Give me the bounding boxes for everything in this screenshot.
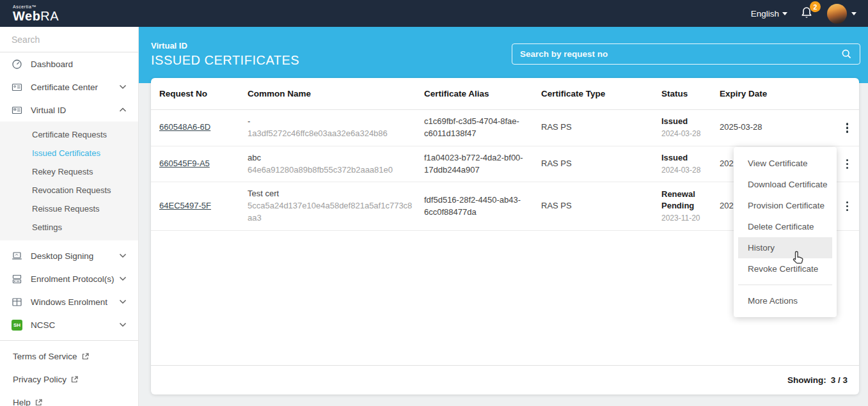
external-link-icon bbox=[35, 398, 43, 406]
sidebar-item-certificate-center[interactable]: Certificate Center bbox=[0, 75, 138, 98]
brand-web: Web bbox=[13, 9, 40, 23]
sidebar-search bbox=[0, 27, 138, 52]
sidebar-item-virtual-id[interactable]: Virtual ID bbox=[0, 98, 138, 121]
sidebar-item-desktop-signing[interactable]: Desktop Signing bbox=[0, 244, 138, 267]
language-selector[interactable]: English bbox=[751, 9, 787, 19]
certificate-alias: fdf5d516-28f2-4450-ab43-6cc0f88477da bbox=[424, 194, 541, 219]
row-actions-button[interactable] bbox=[839, 198, 856, 215]
common-name: abc bbox=[248, 152, 415, 164]
submenu-label: Revocation Requests bbox=[32, 185, 111, 195]
sidebar-item-windows-enrolment[interactable]: Windows Enrolment bbox=[0, 290, 138, 313]
window-grid-icon bbox=[12, 297, 22, 308]
request-no-link[interactable]: 660548A6-6D bbox=[159, 122, 210, 132]
footer-link-label: Terms of Service bbox=[13, 352, 77, 361]
certificate-card-icon bbox=[12, 82, 22, 93]
help-link[interactable]: Help bbox=[0, 391, 138, 406]
showing-value: 3 / 3 bbox=[831, 375, 848, 385]
sidebar-item-issued-certificates[interactable]: Issued Certificates bbox=[0, 144, 138, 162]
sidebar-item-reissue-requests[interactable]: Reissue Requests bbox=[0, 199, 138, 218]
avatar bbox=[827, 4, 847, 24]
status: Issued bbox=[661, 152, 711, 164]
privacy-policy-link[interactable]: Privacy Policy bbox=[0, 368, 138, 391]
chevron-down-icon bbox=[119, 253, 127, 258]
sidebar-item-settings[interactable]: Settings bbox=[0, 218, 138, 237]
brand-small-text: Ascertia™ bbox=[13, 4, 59, 9]
certificate-type: RAS PS bbox=[541, 200, 661, 212]
request-no-link[interactable]: 64EC5497-5F bbox=[159, 201, 211, 210]
submenu-label: Issued Certificates bbox=[32, 148, 100, 158]
column-header: Expiry Date bbox=[720, 88, 835, 100]
sidebar-item-rekey-requests[interactable]: Rekey Requests bbox=[0, 162, 138, 181]
chevron-down-icon bbox=[119, 322, 127, 327]
sidebar-item-label: Virtual ID bbox=[31, 105, 119, 115]
submenu-label: Rekey Requests bbox=[32, 167, 93, 176]
row-actions-button[interactable] bbox=[839, 156, 856, 173]
menu-item-download-certificate[interactable]: Download Certificate bbox=[738, 174, 832, 195]
user-menu[interactable] bbox=[827, 4, 856, 24]
column-header: Request No bbox=[159, 88, 248, 100]
status: Renewal Pending bbox=[661, 189, 711, 213]
sidebar-item-ncsc[interactable]: SH NCSC bbox=[0, 313, 138, 336]
menu-item-history[interactable]: History bbox=[738, 237, 832, 258]
common-name-hash: 1a3df5272c46ffc8e03aa32e6a324b86 bbox=[248, 128, 415, 140]
column-header: Certificate Type bbox=[541, 88, 661, 100]
common-name-hash: 64e6a91280a89b8fb55c372b2aaa81e0 bbox=[248, 164, 415, 176]
app-logo: Ascertia™ WebRA bbox=[13, 4, 59, 22]
table-header-row: Request No Common Name Certificate Alias… bbox=[151, 78, 859, 110]
breadcrumb: Virtual ID bbox=[151, 41, 299, 51]
brand-ra: RA bbox=[40, 9, 59, 23]
chevron-up-icon bbox=[119, 107, 127, 113]
table-search bbox=[512, 43, 860, 65]
certificate-type: RAS PS bbox=[541, 121, 661, 134]
laptop-icon bbox=[12, 251, 22, 262]
sidebar-item-dashboard[interactable]: Dashboard bbox=[0, 52, 138, 75]
search-icon[interactable] bbox=[841, 49, 852, 59]
certificate-alias: c1c69fbf-c3d5-4704-8fae-c6011d138f47 bbox=[424, 116, 541, 140]
table-footer: Showing: 3 / 3 bbox=[151, 365, 859, 394]
sidebar-item-enrolment-protocols[interactable]: Enrolment Protocol(s) bbox=[0, 267, 138, 290]
virtual-id-icon bbox=[12, 105, 22, 116]
expiry-date: 2025-03-28 bbox=[720, 121, 835, 134]
menu-divider bbox=[738, 285, 832, 285]
row-actions-menu: View Certificate Download Certificate Pr… bbox=[734, 147, 837, 317]
common-name: - bbox=[248, 116, 415, 128]
column-header: Common Name bbox=[248, 88, 424, 100]
request-search-input[interactable] bbox=[520, 49, 841, 59]
notifications-button[interactable]: 2 bbox=[799, 5, 816, 22]
sidebar-item-label: Windows Enrolment bbox=[31, 297, 119, 307]
pointer-cursor-icon bbox=[791, 250, 806, 267]
status-date: 2024-03-28 bbox=[661, 129, 711, 139]
menu-item-more-actions[interactable]: More Actions bbox=[738, 290, 832, 311]
row-actions-button[interactable] bbox=[839, 120, 856, 136]
status-date: 2023-11-20 bbox=[661, 213, 711, 224]
sidebar-search-input[interactable] bbox=[12, 35, 127, 45]
menu-item-view-certificate[interactable]: View Certificate bbox=[738, 153, 832, 174]
ncsc-sh-icon: SH bbox=[12, 320, 22, 331]
chevron-down-icon bbox=[851, 12, 856, 15]
external-link-icon bbox=[81, 352, 90, 361]
terms-of-service-link[interactable]: Terms of Service bbox=[0, 345, 138, 368]
sidebar-item-label: NCSC bbox=[31, 320, 119, 330]
footer-link-label: Privacy Policy bbox=[13, 375, 67, 384]
sidebar-item-label: Enrolment Protocol(s) bbox=[31, 274, 119, 284]
chevron-down-icon bbox=[782, 12, 787, 15]
sidebar-item-certificate-requests[interactable]: Certificate Requests bbox=[0, 125, 138, 144]
chevron-down-icon bbox=[119, 84, 127, 90]
menu-item-provision-certificate[interactable]: Provision Certificate bbox=[738, 195, 832, 216]
sidebar: Dashboard Certificate Center Virtual ID … bbox=[0, 27, 139, 406]
submenu-label: Reissue Requests bbox=[32, 204, 100, 214]
table-row: 660548A6-6D -1a3df5272c46ffc8e03aa32e6a3… bbox=[151, 110, 859, 146]
dashboard-icon bbox=[12, 59, 22, 70]
submenu-label: Certificate Requests bbox=[32, 130, 107, 139]
footer-link-label: Help bbox=[13, 398, 31, 406]
status: Issued bbox=[661, 116, 711, 128]
sidebar-item-label: Certificate Center bbox=[31, 82, 119, 92]
sidebar-item-revocation-requests[interactable]: Revocation Requests bbox=[0, 181, 138, 199]
certificate-alias: f1a04023-b772-4da2-bf00-17ddb244a907 bbox=[424, 152, 541, 176]
ncsc-badge-text: SH bbox=[12, 320, 22, 331]
virtual-id-submenu: Certificate Requests Issued Certificates… bbox=[0, 121, 138, 240]
menu-item-delete-certificate[interactable]: Delete Certificate bbox=[738, 216, 832, 237]
common-name: Test cert bbox=[248, 188, 415, 200]
request-no-link[interactable]: 660545F9-A5 bbox=[159, 159, 210, 168]
menu-item-revoke-certificate[interactable]: Revoke Certificate bbox=[738, 258, 832, 279]
